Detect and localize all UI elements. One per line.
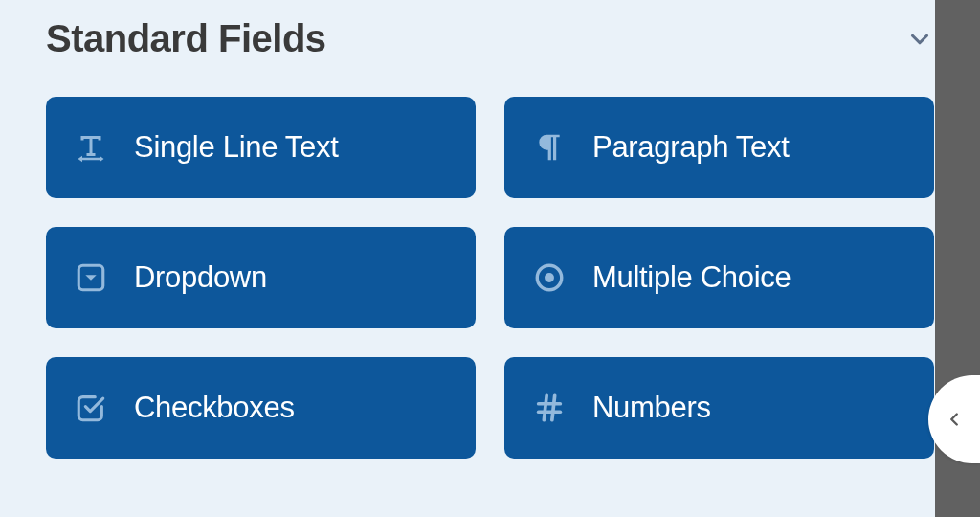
standard-fields-panel: Standard Fields Single Line Text P: [0, 0, 980, 459]
text-width-icon: [73, 129, 109, 166]
dropdown-icon: [73, 259, 109, 296]
hash-icon: [531, 390, 568, 426]
chevron-left-icon: [944, 409, 965, 430]
section-header[interactable]: Standard Fields: [46, 17, 934, 60]
field-dropdown[interactable]: Dropdown: [46, 227, 476, 328]
field-numbers[interactable]: Numbers: [504, 357, 934, 459]
chevron-down-icon: [905, 25, 934, 54]
field-label: Multiple Choice: [592, 260, 791, 295]
field-grid: Single Line Text Paragraph Text Dropdown: [46, 97, 934, 459]
field-label: Dropdown: [134, 260, 267, 295]
field-checkboxes[interactable]: Checkboxes: [46, 357, 476, 459]
field-single-line-text[interactable]: Single Line Text: [46, 97, 476, 198]
svg-line-6: [552, 395, 555, 420]
svg-point-2: [545, 273, 554, 282]
pilcrow-icon: [531, 129, 568, 166]
field-label: Paragraph Text: [592, 130, 789, 165]
svg-line-5: [544, 395, 546, 420]
section-title: Standard Fields: [46, 17, 326, 60]
field-label: Single Line Text: [134, 130, 339, 165]
field-multiple-choice[interactable]: Multiple Choice: [504, 227, 934, 328]
field-label: Checkboxes: [134, 391, 295, 425]
checkbox-icon: [73, 390, 109, 426]
field-paragraph-text[interactable]: Paragraph Text: [504, 97, 934, 198]
radio-icon: [531, 259, 568, 296]
field-label: Numbers: [592, 391, 711, 425]
